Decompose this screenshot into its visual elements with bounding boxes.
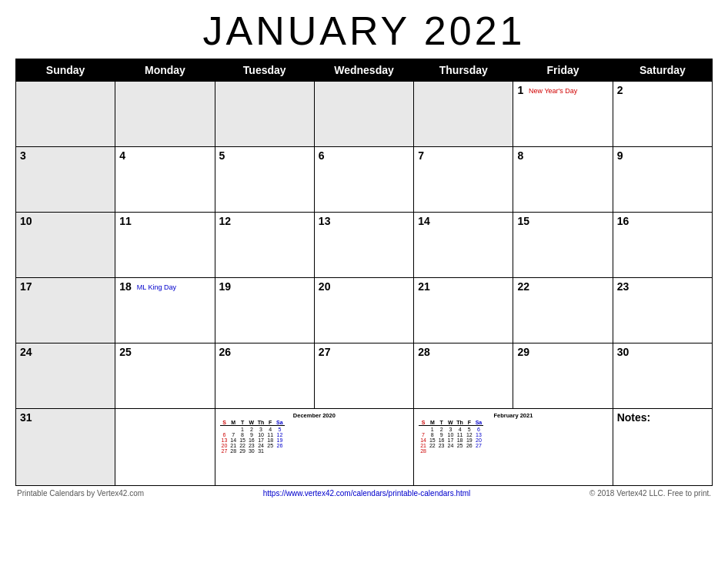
- mini-cal-title-dec: December 2020: [220, 412, 409, 419]
- mini-calendar-february: February 2021 SMTWThFSa 123456 789101112…: [419, 412, 608, 454]
- day-cell-2: 2: [613, 82, 712, 147]
- header-friday: Friday: [513, 59, 613, 82]
- day-cell-21: 21: [414, 278, 513, 343]
- footer-left: Printable Calendars by Vertex42.com: [17, 489, 144, 498]
- day-number: 28: [418, 346, 430, 358]
- day-cell-empty-1: [115, 409, 215, 486]
- mini-cal-dec: December 2020 SMTWThFSa 12345 6789101112: [215, 409, 414, 486]
- day-cell-24: 24: [16, 343, 115, 409]
- mini-calendar-december: December 2020 SMTWThFSa 12345 6789101112: [220, 412, 409, 454]
- notes-cell: Notes:: [613, 409, 712, 486]
- day-number: 23: [617, 280, 629, 293]
- week-row-6: 31 December 2020 SMTWThFSa: [16, 409, 713, 486]
- day-number: 19: [219, 280, 232, 293]
- day-number: 3: [20, 149, 26, 162]
- mini-cal-title-feb: February 2021: [419, 412, 608, 419]
- day-cell-5: 5: [215, 147, 314, 213]
- week-row-4: 17 18 ML King Day 19 20 21 22 23: [16, 278, 713, 343]
- day-number: 29: [517, 346, 529, 358]
- week-row-3: 10 11 12 13 14 15 16: [16, 213, 713, 278]
- day-number: 16: [617, 215, 629, 227]
- day-cell-10: 10: [16, 213, 115, 278]
- day-cell-30: 30: [613, 343, 712, 409]
- day-number: 14: [418, 215, 430, 227]
- day-cell-9: 9: [613, 147, 712, 213]
- day-number: 15: [517, 215, 529, 227]
- day-cell-25: 25: [115, 343, 215, 409]
- header-sunday: Sunday: [16, 59, 115, 82]
- day-number: 30: [617, 346, 629, 358]
- header-wednesday: Wednesday: [314, 59, 413, 82]
- calendar-title: JANUARY 2021: [15, 8, 713, 54]
- footer-center-link[interactable]: https://www.vertex42.com/calendars/print…: [263, 489, 471, 498]
- header-monday: Monday: [115, 59, 215, 82]
- day-cell: [115, 82, 215, 147]
- day-number: 17: [20, 280, 32, 293]
- day-cell-19: 19: [215, 278, 314, 343]
- day-cell-18: 18 ML King Day: [115, 278, 215, 343]
- header-saturday: Saturday: [613, 59, 712, 82]
- day-cell: [314, 82, 413, 147]
- day-cell-3: 3: [16, 147, 115, 213]
- day-header-row: Sunday Monday Tuesday Wednesday Thursday…: [16, 59, 713, 82]
- day-cell-26: 26: [215, 343, 314, 409]
- day-cell-31: 31: [16, 409, 115, 486]
- day-number: 12: [219, 215, 232, 227]
- day-cell: [16, 82, 115, 147]
- day-cell-11: 11: [115, 213, 215, 278]
- day-number: 22: [517, 280, 529, 293]
- day-cell-1: 1 New Year's Day: [513, 82, 613, 147]
- day-number: 1: [517, 84, 523, 96]
- day-number: 31: [20, 411, 32, 424]
- day-cell-4: 4: [115, 147, 215, 213]
- day-cell-27: 27: [314, 343, 413, 409]
- day-cell-20: 20: [314, 278, 413, 343]
- header-thursday: Thursday: [414, 59, 513, 82]
- day-cell-17: 17: [16, 278, 115, 343]
- day-number: 21: [418, 280, 430, 293]
- day-number: 9: [617, 149, 623, 162]
- day-cell-16: 16: [613, 213, 712, 278]
- day-cell-22: 22: [513, 278, 613, 343]
- day-number: 13: [319, 215, 331, 227]
- day-cell-23: 23: [613, 278, 712, 343]
- day-number: 18: [119, 280, 132, 293]
- day-number: 26: [219, 346, 232, 358]
- week-row-2: 3 4 5 6 7 8 9: [16, 147, 713, 213]
- day-number: 24: [20, 346, 32, 358]
- footer-right: © 2018 Vertex42 LLC. Free to print.: [589, 489, 711, 498]
- footer: Printable Calendars by Vertex42.com http…: [15, 489, 713, 498]
- day-number: 7: [418, 149, 424, 162]
- day-cell-12: 12: [215, 213, 314, 278]
- day-cell: [414, 82, 513, 147]
- day-number: 5: [219, 149, 225, 162]
- day-number: 8: [517, 149, 523, 162]
- day-cell-28: 28: [414, 343, 513, 409]
- day-number: 25: [119, 346, 132, 358]
- day-cell-15: 15: [513, 213, 613, 278]
- day-cell: [215, 82, 314, 147]
- day-number: 6: [319, 149, 325, 162]
- holiday-new-years-day: New Year's Day: [529, 87, 577, 95]
- header-tuesday: Tuesday: [215, 59, 314, 82]
- calendar-table: Sunday Monday Tuesday Wednesday Thursday…: [15, 59, 713, 486]
- day-cell-8: 8: [513, 147, 613, 213]
- day-cell-7: 7: [414, 147, 513, 213]
- week-row-1: 1 New Year's Day 2: [16, 82, 713, 147]
- day-cell-6: 6: [314, 147, 413, 213]
- day-cell-13: 13: [314, 213, 413, 278]
- day-cell-29: 29: [513, 343, 613, 409]
- mini-cal-feb: February 2021 SMTWThFSa 123456 789101112…: [414, 409, 613, 486]
- day-number: 27: [319, 346, 331, 358]
- week-row-5: 24 25 26 27 28 29 30: [16, 343, 713, 409]
- day-number: 20: [319, 280, 331, 293]
- day-number: 4: [119, 149, 125, 162]
- holiday-mlk-day: ML King Day: [137, 283, 176, 291]
- day-number: 11: [119, 215, 132, 227]
- day-number: 10: [20, 215, 32, 227]
- day-cell-14: 14: [414, 213, 513, 278]
- notes-label: Notes:: [617, 411, 651, 424]
- day-number: 2: [617, 84, 623, 96]
